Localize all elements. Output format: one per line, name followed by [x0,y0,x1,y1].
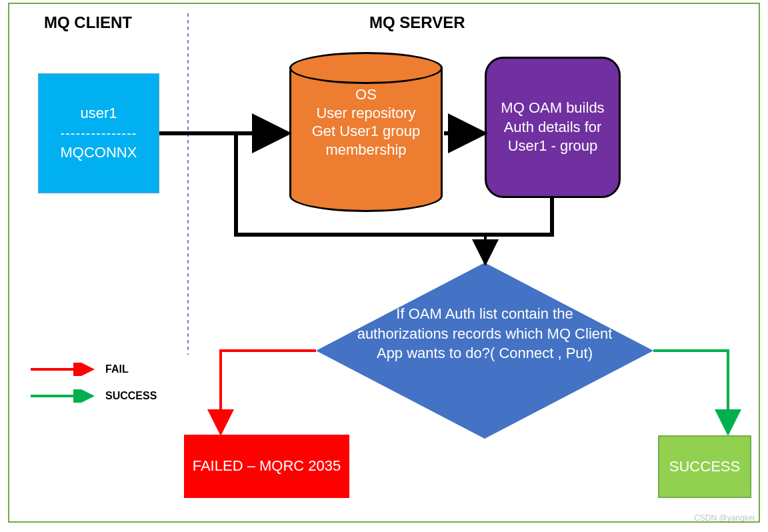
legend-success-label: SUCCESS [105,390,157,402]
header-mq-client: MQ CLIENT [44,13,132,32]
success-result-box: SUCCESS [658,435,751,498]
header-mq-server: MQ SERVER [369,13,465,32]
client-box: user1 --------------- MQCONNX [38,73,159,193]
mq-oam-box: MQ OAM builds Auth details for User1 - g… [485,57,621,198]
watermark-text: CSDN @yangkei [694,513,755,523]
fail-text: FAILED – MQRC 2035 [193,457,341,476]
decision-text: If OAM Auth list contain the authorizati… [356,304,613,363]
oam-text: MQ OAM builds Auth details for User1 - g… [493,99,612,156]
legend-fail-row: FAIL [29,363,129,376]
legend-success-arrow-icon [29,389,96,403]
os-user-repository-cylinder: OS User repository Get User1 group membe… [289,52,443,212]
cylinder-bottom [289,180,443,212]
client-user-label: user1 [80,103,117,124]
legend-fail-arrow-icon [29,363,96,376]
cylinder-text: OS User repository Get User1 group membe… [289,85,443,159]
client-divider: --------------- [61,124,137,143]
cylinder-top [289,52,443,84]
diagram-canvas: MQ CLIENT MQ SERVER user1 --------------… [8,3,760,523]
failed-result-box: FAILED – MQRC 2035 [184,435,349,498]
decision-diamond: If OAM Auth list contain the authorizati… [316,263,653,439]
success-text: SUCCESS [669,458,740,475]
client-call-label: MQCONNX [61,143,137,163]
legend-success-row: SUCCESS [29,389,157,403]
legend-fail-label: FAIL [105,363,129,375]
